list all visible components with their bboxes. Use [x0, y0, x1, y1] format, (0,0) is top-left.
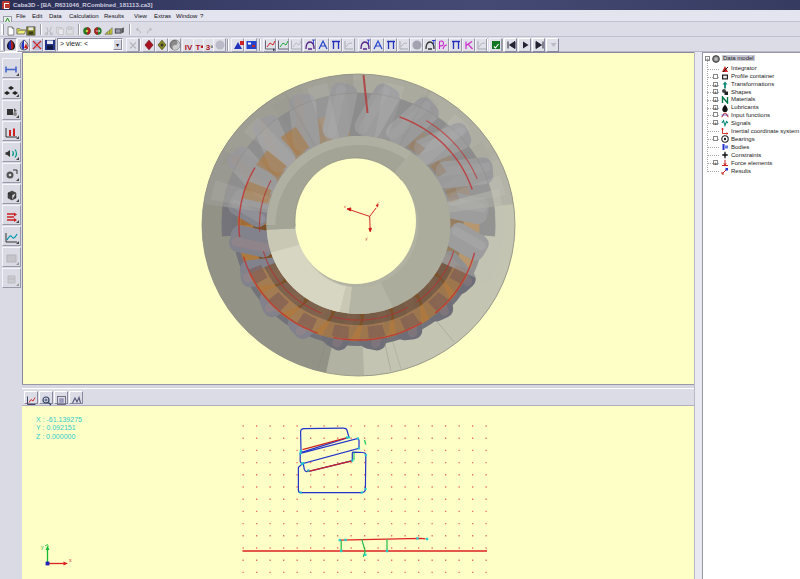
svg-text:x': x' — [344, 205, 347, 209]
svg-text:y': y' — [366, 237, 369, 241]
svg-text:Y : 0.092151: Y : 0.092151 — [36, 424, 76, 431]
svg-text:X : -61.139275: X : -61.139275 — [36, 416, 82, 423]
svg-text:Z : 0.000000: Z : 0.000000 — [36, 433, 75, 440]
svg-text:y: y — [41, 544, 44, 550]
svg-text:x: x — [69, 557, 72, 563]
svg-text:z': z' — [377, 202, 380, 206]
